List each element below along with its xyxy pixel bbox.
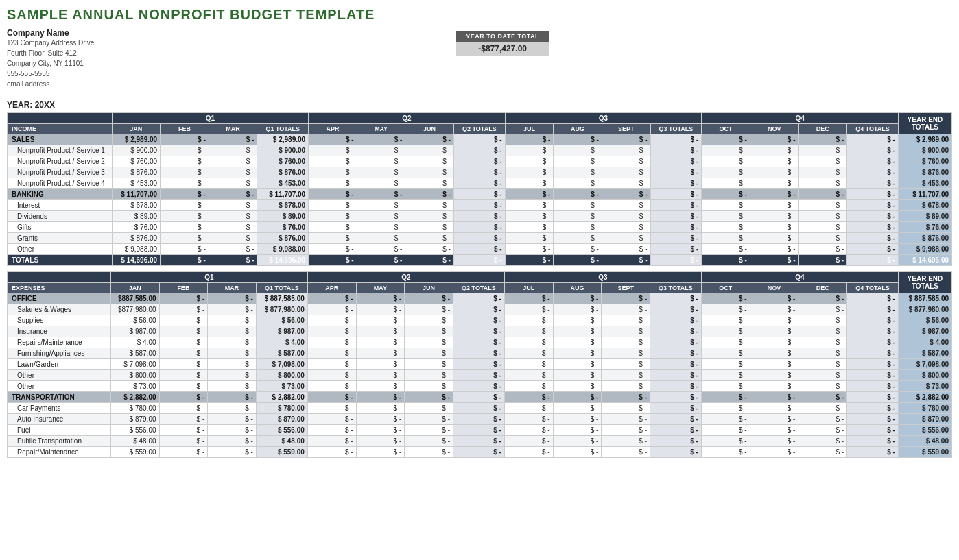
cell-12: $ - — [701, 293, 750, 304]
cell-9: $ - — [554, 233, 602, 244]
expenses-q4-header: Q4 — [701, 272, 898, 283]
cell-5: $ - — [356, 337, 405, 348]
item-label: Fuel — [8, 425, 111, 436]
cell-1: $ - — [161, 244, 209, 255]
cell-8: $ - — [504, 293, 553, 304]
income-jun: JUN — [405, 124, 454, 134]
item-label: Nonprofit Product / Service 4 — [8, 178, 113, 189]
cell-14: $ - — [798, 178, 847, 189]
cell-8: $ - — [504, 370, 553, 381]
cell-5: $ - — [356, 436, 405, 447]
cell-1: $ - — [159, 293, 208, 304]
income-q4-header: Q4 — [702, 113, 899, 124]
item-label: Interest — [8, 200, 113, 211]
cell-14: $ - — [798, 233, 847, 244]
cell-5: $ - — [356, 425, 405, 436]
cell-4: $ - — [307, 337, 356, 348]
cell-16: $ 877,980.00 — [898, 304, 951, 315]
item-label: Repair/Maintenance — [8, 447, 111, 458]
cell-16: $ 7,098.00 — [898, 359, 951, 370]
cell-16: $ 879.00 — [898, 414, 951, 425]
cell-11: $ - — [650, 392, 702, 403]
cell-15: $ - — [847, 403, 899, 414]
cell-8: $ - — [505, 255, 554, 266]
cell-9: $ - — [553, 337, 602, 348]
cell-12: $ - — [701, 370, 750, 381]
cell-10: $ - — [602, 414, 650, 425]
cell-6: $ - — [405, 425, 453, 436]
cell-9: $ - — [553, 414, 602, 425]
cell-15: $ - — [847, 255, 899, 266]
cell-15: $ - — [847, 359, 899, 370]
cell-8: $ - — [505, 167, 554, 178]
company-name: Company Name — [7, 28, 94, 38]
expenses-q3totals: Q3 TOTALS — [650, 283, 702, 293]
cell-3: $ 14,696.00 — [257, 255, 309, 266]
cell-11: $ - — [650, 436, 702, 447]
cell-11: $ - — [650, 414, 702, 425]
cell-10: $ - — [602, 178, 650, 189]
expenses-q2-header: Q2 — [307, 272, 504, 283]
cell-4: $ - — [309, 233, 357, 244]
income-q3totals: Q3 TOTALS — [650, 124, 702, 134]
cell-0: $ 800.00 — [110, 370, 159, 381]
cell-9: $ - — [553, 348, 602, 359]
totals-label: TOTALS — [8, 255, 113, 266]
expenses-q1totals: Q1 TOTALS — [256, 283, 307, 293]
cell-11: $ - — [650, 447, 702, 458]
cell-10: $ - — [602, 156, 650, 167]
cell-2: $ - — [209, 134, 257, 145]
cell-13: $ - — [750, 189, 798, 200]
expenses-q1-header: Q1 — [110, 272, 307, 283]
cell-3: $ 780.00 — [256, 403, 307, 414]
cell-10: $ - — [602, 436, 650, 447]
cell-12: $ - — [702, 145, 750, 156]
cell-4: $ - — [307, 370, 356, 381]
cell-0: $ 587.00 — [110, 348, 159, 359]
income-jul: JUL — [505, 124, 554, 134]
cell-3: $ 678.00 — [257, 200, 309, 211]
cell-13: $ - — [750, 414, 798, 425]
cell-6: $ - — [405, 156, 454, 167]
cell-6: $ - — [405, 403, 453, 414]
cell-12: $ - — [701, 403, 750, 414]
cell-14: $ - — [798, 315, 847, 326]
cell-0: $ 780.00 — [110, 403, 159, 414]
cell-5: $ - — [357, 211, 405, 222]
cell-16: $ 48.00 — [898, 436, 951, 447]
cell-3: $ 2,989.00 — [257, 134, 309, 145]
cell-0: $ 4.00 — [110, 337, 159, 348]
cell-14: $ - — [798, 381, 847, 392]
cell-6: $ - — [405, 167, 454, 178]
cell-15: $ - — [847, 304, 899, 315]
cell-5: $ - — [357, 255, 405, 266]
cell-8: $ - — [504, 403, 553, 414]
cell-12: $ - — [701, 337, 750, 348]
cell-2: $ - — [208, 436, 257, 447]
cell-2: $ - — [208, 326, 257, 337]
cell-1: $ - — [161, 200, 209, 211]
cell-9: $ - — [553, 447, 602, 458]
cell-13: $ - — [750, 436, 798, 447]
cell-6: $ - — [405, 233, 454, 244]
cell-1: $ - — [161, 211, 209, 222]
cell-2: $ - — [208, 359, 257, 370]
cell-3: $ 587.00 — [256, 348, 307, 359]
income-q2totals: Q2 TOTALS — [453, 124, 505, 134]
cell-12: $ - — [702, 189, 750, 200]
cell-14: $ - — [798, 255, 847, 266]
expenses-dec: DEC — [798, 283, 847, 293]
cell-11: $ - — [650, 337, 702, 348]
cell-0: $ 56.00 — [110, 315, 159, 326]
cell-15: $ - — [847, 233, 899, 244]
cell-11: $ - — [650, 167, 702, 178]
item-label: Furnishing/Appliances — [8, 348, 111, 359]
cell-2: $ - — [208, 447, 257, 458]
cell-4: $ - — [307, 359, 356, 370]
cell-5: $ - — [357, 156, 405, 167]
item-label: Nonprofit Product / Service 2 — [8, 156, 113, 167]
cell-9: $ - — [554, 134, 602, 145]
cell-14: $ - — [798, 436, 847, 447]
cell-16: $ 559.00 — [898, 447, 951, 458]
cell-4: $ - — [307, 326, 356, 337]
